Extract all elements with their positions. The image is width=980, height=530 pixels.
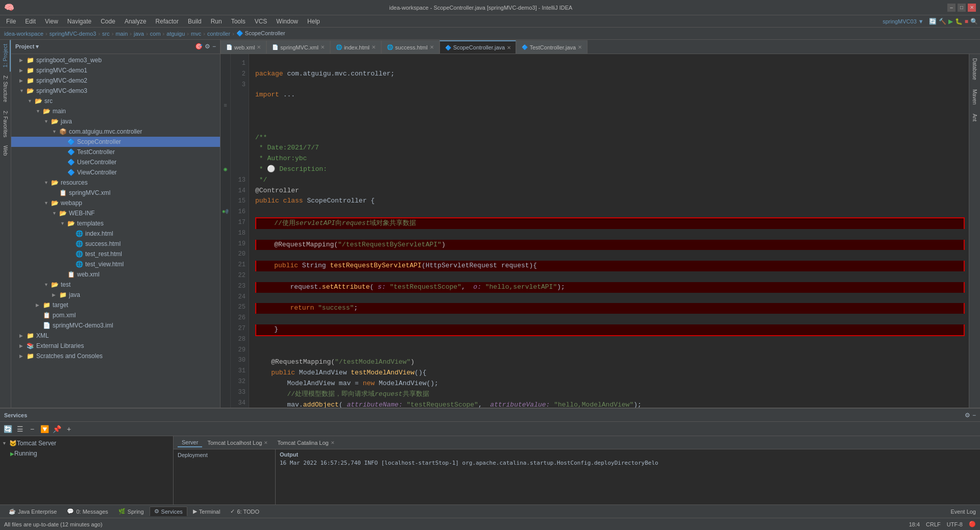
breadcrumb-src[interactable]: src — [102, 31, 110, 37]
tree-item-templates[interactable]: ▼ 📂 templates — [11, 218, 220, 229]
breadcrumb-atguigu[interactable]: atguigu — [166, 31, 185, 37]
tree-item-viewcontroller[interactable]: 🔷 ViewController — [11, 167, 220, 178]
favorites-tab[interactable]: 2: Favorites — [2, 107, 9, 141]
tree-item-testviewhtml[interactable]: 🌐 test_view.html — [11, 259, 220, 269]
menu-navigate[interactable]: Navigate — [63, 17, 95, 26]
maximize-button[interactable]: □ — [958, 4, 966, 12]
breadcrumb-class[interactable]: 🔷 ScopeController — [236, 30, 285, 37]
bottom-tab-services[interactable]: ⚙ Services — [150, 507, 187, 516]
title-bar-controls[interactable]: – □ ✕ — [947, 4, 976, 12]
breadcrumb-java[interactable]: java — [134, 31, 144, 37]
stop-icon[interactable]: ■ — [965, 18, 968, 25]
tree-item-scratches[interactable]: ▶ 📁 Scratches and Consoles — [11, 351, 220, 361]
services-refresh-btn[interactable]: 🔄 — [2, 423, 13, 435]
minimize-button[interactable]: – — [947, 4, 955, 12]
menu-edit[interactable]: Edit — [21, 17, 40, 26]
tab-close-successhtml[interactable]: ✕ — [430, 44, 434, 50]
tree-item-testjava[interactable]: ▶ 📁 java — [11, 290, 220, 300]
tab-close-webxml[interactable]: ✕ — [257, 44, 261, 50]
tab-scopecontroller[interactable]: 🔷 ScopeController.java ✕ — [439, 40, 516, 54]
tree-item-pomxml[interactable]: 📋 pom.xml — [11, 310, 220, 320]
tree-item-package[interactable]: ▼ 📦 com.atguigu.mvc.controller — [11, 127, 220, 137]
server-tab-localhost[interactable]: Tomcat Localhost Log ✕ — [203, 439, 272, 447]
tab-close-indexhtml[interactable]: ✕ — [372, 44, 376, 50]
services-group-btn[interactable]: ☰ — [14, 423, 26, 435]
tree-item-src[interactable]: ▼ 📂 src — [11, 96, 220, 106]
menu-run[interactable]: Run — [207, 17, 226, 26]
server-tab-catalina[interactable]: Tomcat Catalina Log ✕ — [273, 439, 338, 447]
tab-close-scopecontroller[interactable]: ✕ — [507, 45, 511, 51]
menu-tools[interactable]: Tools — [227, 17, 250, 26]
services-tree-item-tomcat[interactable]: ▼ 🐱 Tomcat Server — [2, 438, 171, 448]
code-editor[interactable]: package com.atguigu.mvc.controller; impo… — [249, 54, 969, 408]
tree-item-webxml[interactable]: 📋 web.xml — [11, 269, 220, 280]
database-tab[interactable]: Database — [971, 54, 978, 84]
services-filter-btn[interactable]: 🔽 — [39, 423, 50, 435]
breadcrumb-main[interactable]: main — [115, 31, 128, 37]
bottom-tab-todo[interactable]: ✓ 6: TODO — [226, 507, 264, 516]
sync-icon[interactable]: 🔄 — [929, 18, 937, 25]
build-icon[interactable]: 🔨 — [939, 18, 946, 25]
services-tree-item-running[interactable]: ▶ Running — [2, 448, 171, 459]
tab-indexhtml[interactable]: 🌐 index.html ✕ — [330, 40, 381, 54]
bottom-tab-spring[interactable]: 🌿 Spring — [114, 507, 149, 516]
editor-area[interactable]: ≡ ◉ ◉@ — [220, 54, 969, 408]
tree-item-demo2[interactable]: ▶ 📁 springMVC-demo2 — [11, 75, 220, 86]
tree-item-scopecontroller[interactable]: 🔷 ScopeController — [11, 137, 220, 147]
tree-item-demo3[interactable]: ▼ 📂 springMVC-demo3 — [11, 86, 220, 96]
tree-item-resources[interactable]: ▼ 📂 resources — [11, 178, 220, 188]
tree-item-extlibs[interactable]: ▶ 📚 External Libraries — [11, 341, 220, 351]
tree-item-usercontroller[interactable]: 🔷 UserController — [11, 157, 220, 167]
tree-item-xml[interactable]: ▶ 📁 XML — [11, 331, 220, 341]
bottom-tab-terminal[interactable]: ▶ Terminal — [188, 507, 225, 516]
tab-springmvcxml[interactable]: 📄 springMVC.xml ✕ — [266, 40, 330, 54]
localhost-tab-close[interactable]: ✕ — [264, 440, 268, 445]
tree-item-springboot[interactable]: ▶ 📁 springboot_demo3_web — [11, 55, 220, 65]
collapse-icon[interactable]: − — [212, 43, 216, 50]
catalina-tab-close[interactable]: ✕ — [331, 440, 335, 445]
breadcrumb-workspace[interactable]: idea-workspace — [4, 31, 43, 37]
bottom-tab-messages[interactable]: 💬 0: Messages — [62, 507, 112, 516]
search-icon[interactable]: 🔍 — [970, 18, 978, 25]
tab-close-springmvcxml[interactable]: ✕ — [321, 44, 325, 50]
structure-tab[interactable]: Z: Structure — [2, 71, 9, 106]
debug-icon[interactable]: 🐛 — [955, 18, 963, 25]
services-collapse-btn[interactable]: − — [27, 423, 38, 435]
services-settings-icon[interactable]: ⚙ — [965, 412, 970, 419]
breadcrumb-project[interactable]: springMVC-demo3 — [50, 31, 96, 37]
menu-view[interactable]: View — [41, 17, 62, 26]
tree-item-testcontroller[interactable]: 🔷 TestController — [11, 147, 220, 157]
tab-close-testcontroller[interactable]: ✕ — [578, 44, 582, 50]
menu-refactor[interactable]: Refactor — [152, 17, 183, 26]
tree-item-test[interactable]: ▼ 📂 test — [11, 280, 220, 290]
bottom-tab-javaenterprise[interactable]: ☕ Java Enterprise — [4, 507, 61, 516]
close-button[interactable]: ✕ — [968, 4, 976, 12]
tree-item-indexhtml[interactable]: 🌐 index.html — [11, 229, 220, 239]
services-pin-btn[interactable]: 📌 — [51, 423, 62, 435]
tree-item-testresthtml[interactable]: 🌐 test_rest.html — [11, 249, 220, 259]
menu-vcs[interactable]: VCS — [251, 17, 272, 26]
tree-item-java[interactable]: ▼ 📂 java — [11, 116, 220, 127]
ant-tab[interactable]: Ant — [971, 110, 978, 125]
menu-build[interactable]: Build — [184, 17, 206, 26]
breadcrumb-controller[interactable]: controller — [207, 31, 230, 37]
event-log-label[interactable]: Event Log — [950, 509, 976, 515]
menu-code[interactable]: Code — [96, 17, 119, 26]
menu-analyze[interactable]: Analyze — [120, 17, 151, 26]
project-tab[interactable]: 1: Project — [1, 40, 11, 71]
services-add-btn[interactable]: + — [63, 423, 75, 435]
menu-file[interactable]: File — [2, 17, 20, 26]
breadcrumb-mvc[interactable]: mvc — [191, 31, 201, 37]
menu-window[interactable]: Window — [272, 17, 302, 26]
editor-content[interactable]: ≡ ◉ ◉@ — [220, 54, 969, 408]
tab-webxml[interactable]: 📄 web.xml ✕ — [220, 40, 266, 54]
breadcrumb-com[interactable]: com — [150, 31, 161, 37]
settings-icon[interactable]: ⚙ — [205, 43, 210, 50]
tree-item-demo1[interactable]: ▶ 📁 springMVC-demo1 — [11, 65, 220, 75]
run-icon[interactable]: ▶ — [948, 18, 953, 25]
tab-testcontroller[interactable]: 🔷 TestController.java ✕ — [516, 40, 588, 54]
locate-icon[interactable]: 🎯 — [195, 43, 203, 50]
server-tab-server[interactable]: Server — [178, 438, 202, 447]
maven-tab[interactable]: Maven — [971, 85, 978, 109]
tree-item-webapp[interactable]: ▼ 📂 webapp — [11, 198, 220, 208]
